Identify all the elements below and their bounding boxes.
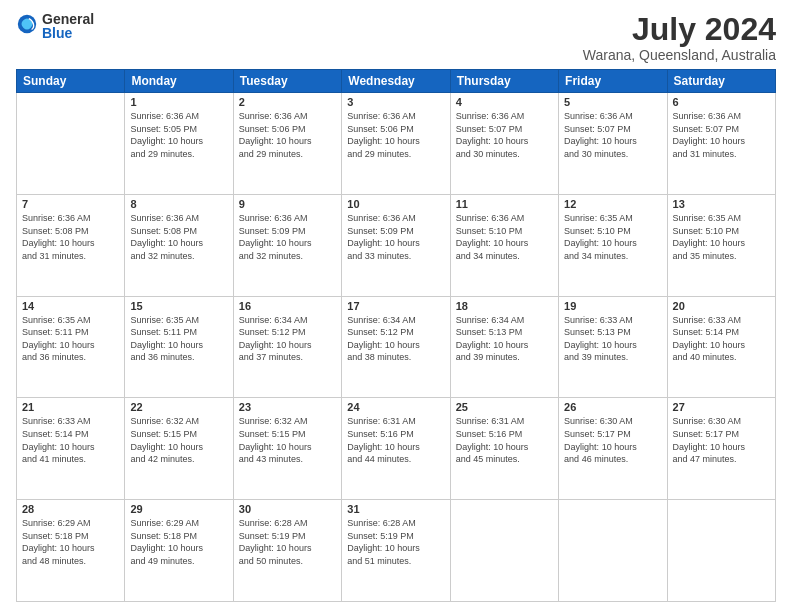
calendar-week-2: 7Sunrise: 6:36 AM Sunset: 5:08 PM Daylig… bbox=[17, 194, 776, 296]
day-info: Sunrise: 6:29 AM Sunset: 5:18 PM Dayligh… bbox=[130, 517, 227, 567]
day-info: Sunrise: 6:36 AM Sunset: 5:08 PM Dayligh… bbox=[22, 212, 119, 262]
day-number: 4 bbox=[456, 96, 553, 108]
table-row: 15Sunrise: 6:35 AM Sunset: 5:11 PM Dayli… bbox=[125, 296, 233, 398]
table-row: 10Sunrise: 6:36 AM Sunset: 5:09 PM Dayli… bbox=[342, 194, 450, 296]
day-number: 29 bbox=[130, 503, 227, 515]
day-number: 28 bbox=[22, 503, 119, 515]
day-number: 7 bbox=[22, 198, 119, 210]
day-number: 20 bbox=[673, 300, 770, 312]
table-row: 8Sunrise: 6:36 AM Sunset: 5:08 PM Daylig… bbox=[125, 194, 233, 296]
day-info: Sunrise: 6:36 AM Sunset: 5:07 PM Dayligh… bbox=[564, 110, 661, 160]
table-row bbox=[450, 500, 558, 602]
day-info: Sunrise: 6:32 AM Sunset: 5:15 PM Dayligh… bbox=[239, 415, 336, 465]
table-row: 12Sunrise: 6:35 AM Sunset: 5:10 PM Dayli… bbox=[559, 194, 667, 296]
table-row: 14Sunrise: 6:35 AM Sunset: 5:11 PM Dayli… bbox=[17, 296, 125, 398]
logo: General Blue bbox=[16, 12, 94, 40]
day-number: 15 bbox=[130, 300, 227, 312]
day-info: Sunrise: 6:32 AM Sunset: 5:15 PM Dayligh… bbox=[130, 415, 227, 465]
table-row: 17Sunrise: 6:34 AM Sunset: 5:12 PM Dayli… bbox=[342, 296, 450, 398]
title-block: July 2024 Warana, Queensland, Australia bbox=[583, 12, 776, 63]
day-number: 31 bbox=[347, 503, 444, 515]
day-number: 1 bbox=[130, 96, 227, 108]
table-row: 23Sunrise: 6:32 AM Sunset: 5:15 PM Dayli… bbox=[233, 398, 341, 500]
table-row: 21Sunrise: 6:33 AM Sunset: 5:14 PM Dayli… bbox=[17, 398, 125, 500]
logo-general: General bbox=[42, 12, 94, 26]
header-thursday: Thursday bbox=[450, 70, 558, 93]
day-number: 17 bbox=[347, 300, 444, 312]
logo-icon bbox=[16, 13, 38, 39]
day-number: 14 bbox=[22, 300, 119, 312]
day-info: Sunrise: 6:28 AM Sunset: 5:19 PM Dayligh… bbox=[347, 517, 444, 567]
logo-blue: Blue bbox=[42, 26, 94, 40]
table-row: 24Sunrise: 6:31 AM Sunset: 5:16 PM Dayli… bbox=[342, 398, 450, 500]
day-number: 26 bbox=[564, 401, 661, 413]
day-info: Sunrise: 6:33 AM Sunset: 5:14 PM Dayligh… bbox=[22, 415, 119, 465]
day-number: 9 bbox=[239, 198, 336, 210]
calendar-week-3: 14Sunrise: 6:35 AM Sunset: 5:11 PM Dayli… bbox=[17, 296, 776, 398]
day-number: 19 bbox=[564, 300, 661, 312]
day-info: Sunrise: 6:36 AM Sunset: 5:06 PM Dayligh… bbox=[347, 110, 444, 160]
day-info: Sunrise: 6:35 AM Sunset: 5:11 PM Dayligh… bbox=[130, 314, 227, 364]
table-row: 1Sunrise: 6:36 AM Sunset: 5:05 PM Daylig… bbox=[125, 93, 233, 195]
day-info: Sunrise: 6:31 AM Sunset: 5:16 PM Dayligh… bbox=[456, 415, 553, 465]
day-number: 23 bbox=[239, 401, 336, 413]
table-row: 2Sunrise: 6:36 AM Sunset: 5:06 PM Daylig… bbox=[233, 93, 341, 195]
day-number: 27 bbox=[673, 401, 770, 413]
header-monday: Monday bbox=[125, 70, 233, 93]
table-row: 5Sunrise: 6:36 AM Sunset: 5:07 PM Daylig… bbox=[559, 93, 667, 195]
table-row: 30Sunrise: 6:28 AM Sunset: 5:19 PM Dayli… bbox=[233, 500, 341, 602]
table-row bbox=[559, 500, 667, 602]
header-tuesday: Tuesday bbox=[233, 70, 341, 93]
day-number: 13 bbox=[673, 198, 770, 210]
day-info: Sunrise: 6:33 AM Sunset: 5:13 PM Dayligh… bbox=[564, 314, 661, 364]
sub-title: Warana, Queensland, Australia bbox=[583, 47, 776, 63]
table-row: 20Sunrise: 6:33 AM Sunset: 5:14 PM Dayli… bbox=[667, 296, 775, 398]
table-row: 22Sunrise: 6:32 AM Sunset: 5:15 PM Dayli… bbox=[125, 398, 233, 500]
day-number: 6 bbox=[673, 96, 770, 108]
table-row: 18Sunrise: 6:34 AM Sunset: 5:13 PM Dayli… bbox=[450, 296, 558, 398]
header-saturday: Saturday bbox=[667, 70, 775, 93]
header: General Blue July 2024 Warana, Queenslan… bbox=[16, 12, 776, 63]
day-number: 12 bbox=[564, 198, 661, 210]
day-info: Sunrise: 6:29 AM Sunset: 5:18 PM Dayligh… bbox=[22, 517, 119, 567]
day-number: 8 bbox=[130, 198, 227, 210]
day-info: Sunrise: 6:31 AM Sunset: 5:16 PM Dayligh… bbox=[347, 415, 444, 465]
table-row: 7Sunrise: 6:36 AM Sunset: 5:08 PM Daylig… bbox=[17, 194, 125, 296]
table-row: 11Sunrise: 6:36 AM Sunset: 5:10 PM Dayli… bbox=[450, 194, 558, 296]
day-info: Sunrise: 6:30 AM Sunset: 5:17 PM Dayligh… bbox=[673, 415, 770, 465]
table-row: 29Sunrise: 6:29 AM Sunset: 5:18 PM Dayli… bbox=[125, 500, 233, 602]
day-number: 5 bbox=[564, 96, 661, 108]
day-number: 18 bbox=[456, 300, 553, 312]
day-info: Sunrise: 6:35 AM Sunset: 5:11 PM Dayligh… bbox=[22, 314, 119, 364]
table-row: 19Sunrise: 6:33 AM Sunset: 5:13 PM Dayli… bbox=[559, 296, 667, 398]
day-number: 11 bbox=[456, 198, 553, 210]
table-row bbox=[667, 500, 775, 602]
table-row: 13Sunrise: 6:35 AM Sunset: 5:10 PM Dayli… bbox=[667, 194, 775, 296]
day-info: Sunrise: 6:34 AM Sunset: 5:12 PM Dayligh… bbox=[347, 314, 444, 364]
calendar-week-4: 21Sunrise: 6:33 AM Sunset: 5:14 PM Dayli… bbox=[17, 398, 776, 500]
day-info: Sunrise: 6:36 AM Sunset: 5:06 PM Dayligh… bbox=[239, 110, 336, 160]
table-row: 9Sunrise: 6:36 AM Sunset: 5:09 PM Daylig… bbox=[233, 194, 341, 296]
table-row: 16Sunrise: 6:34 AM Sunset: 5:12 PM Dayli… bbox=[233, 296, 341, 398]
day-number: 10 bbox=[347, 198, 444, 210]
day-info: Sunrise: 6:36 AM Sunset: 5:07 PM Dayligh… bbox=[456, 110, 553, 160]
day-info: Sunrise: 6:33 AM Sunset: 5:14 PM Dayligh… bbox=[673, 314, 770, 364]
header-wednesday: Wednesday bbox=[342, 70, 450, 93]
day-info: Sunrise: 6:28 AM Sunset: 5:19 PM Dayligh… bbox=[239, 517, 336, 567]
main-title: July 2024 bbox=[583, 12, 776, 47]
day-number: 24 bbox=[347, 401, 444, 413]
table-row: 3Sunrise: 6:36 AM Sunset: 5:06 PM Daylig… bbox=[342, 93, 450, 195]
header-friday: Friday bbox=[559, 70, 667, 93]
calendar-week-1: 1Sunrise: 6:36 AM Sunset: 5:05 PM Daylig… bbox=[17, 93, 776, 195]
day-number: 25 bbox=[456, 401, 553, 413]
table-row: 26Sunrise: 6:30 AM Sunset: 5:17 PM Dayli… bbox=[559, 398, 667, 500]
calendar-week-5: 28Sunrise: 6:29 AM Sunset: 5:18 PM Dayli… bbox=[17, 500, 776, 602]
header-sunday: Sunday bbox=[17, 70, 125, 93]
day-info: Sunrise: 6:34 AM Sunset: 5:13 PM Dayligh… bbox=[456, 314, 553, 364]
day-info: Sunrise: 6:36 AM Sunset: 5:09 PM Dayligh… bbox=[347, 212, 444, 262]
table-row: 4Sunrise: 6:36 AM Sunset: 5:07 PM Daylig… bbox=[450, 93, 558, 195]
day-info: Sunrise: 6:35 AM Sunset: 5:10 PM Dayligh… bbox=[673, 212, 770, 262]
calendar-table: Sunday Monday Tuesday Wednesday Thursday… bbox=[16, 69, 776, 602]
calendar-header-row: Sunday Monday Tuesday Wednesday Thursday… bbox=[17, 70, 776, 93]
table-row: 27Sunrise: 6:30 AM Sunset: 5:17 PM Dayli… bbox=[667, 398, 775, 500]
